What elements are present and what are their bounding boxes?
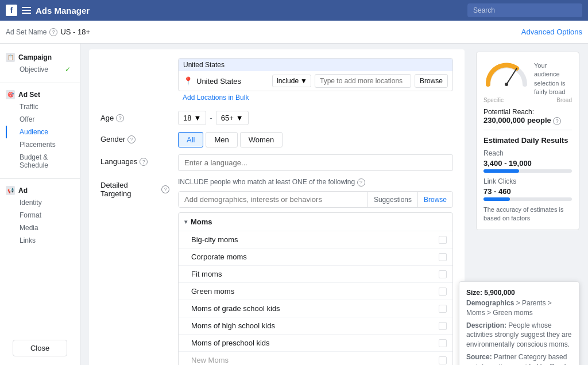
checkbox-6[interactable] [439,339,447,347]
adset-help-icon[interactable]: ? [49,28,57,36]
targeting-search-row: Suggestions Browse [178,191,453,208]
adset-icon: 🎯 [6,90,15,99]
location-browse-button[interactable]: Browse [415,74,448,88]
gender-all-button[interactable]: All [178,132,203,147]
checkbox-5[interactable] [439,322,447,330]
targeting-search-input[interactable] [179,192,368,207]
dropdown-item-1[interactable]: Corporate moms [179,248,452,266]
checkbox-4[interactable] [439,305,447,313]
sidebar-item-budget[interactable]: Budget & Schedule [6,151,74,172]
dropdown-item-2[interactable]: Fit moms [179,266,452,283]
tooltip-size-label: Size: 5,900,000 [466,289,572,297]
sidebar-item-objective[interactable]: Objective ✓ [6,63,74,76]
ad-section: 📢 Ad [6,186,74,195]
sidebar: 📋 Campaign Objective ✓ 🎯 Ad Set Traffic … [0,44,80,365]
clicks-metric: Link Clicks 73 - 460 [483,177,572,201]
reach-help-icon[interactable]: ? [553,117,561,125]
potential-reach: Potential Reach: 230,000,000 people ? [483,108,572,125]
gender-label: Gender ? [100,132,169,143]
age-min-select[interactable]: 18 ▼ [178,111,206,125]
checkbox-2[interactable] [439,270,447,278]
clicks-bar [483,197,572,201]
location-row: United States 📍 United States Include ▼ … [100,58,453,104]
dropdown-item-3[interactable]: Green moms [179,283,452,300]
ad-icon: 📢 [6,186,15,195]
location-search-input[interactable] [315,74,411,88]
audience-status-text: Your audience selection is fairly broad [534,62,565,95]
age-row: Age ? 18 ▼ - 65+ ▼ [100,111,453,125]
gauge-svg [483,59,529,88]
dropdown-group-moms[interactable]: ▾ Moms [179,213,452,231]
targeting-desc: INCLUDE people who match at least ONE of… [178,178,453,187]
chevron-down-icon: ▼ [300,77,307,85]
dropdown-item-5[interactable]: Moms of high school kids [179,317,452,335]
targeting-help-icon[interactable]: ? [161,185,169,193]
dropdown-item-0[interactable]: Big-city moms [179,231,452,248]
location-pin-icon: 📍 [183,76,193,86]
tooltip-desc: Description: People whose activities str… [466,321,572,350]
search-input[interactable] [467,3,582,17]
targeting-desc-help-icon[interactable]: ? [357,178,365,187]
gender-women-button[interactable]: Women [240,132,283,147]
estimated-results: Estimated Daily Results Reach 3,400 - 19… [483,130,572,223]
detailed-targeting-row: Detailed Targeting ? INCLUDE people who … [100,178,453,365]
checkbox-3[interactable] [439,288,447,296]
sidebar-item-media[interactable]: Media [6,222,74,234]
facebook-logo: f [6,5,17,16]
audience-form: United States 📍 United States Include ▼ … [89,49,465,365]
include-select[interactable]: Include ▼ [272,75,311,87]
targeting-dropdown: ▾ Moms Big-city moms Corporate moms [178,212,453,365]
sidebar-item-placements[interactable]: Placements [6,138,74,151]
hamburger-menu[interactable] [22,5,31,15]
age-max-chevron-icon: ▼ [236,114,243,122]
location-header: United States [179,59,452,71]
accuracy-text: The accuracy of estimates is based on fa… [483,205,572,223]
browse-targeting-button[interactable]: Browse [417,192,452,207]
adset-name-field: Ad Set Name ? US - 18+ [6,28,90,36]
sidebar-item-offer[interactable]: Offer [6,113,74,126]
adset-section: 🎯 Ad Set [6,90,74,99]
dropdown-item-4[interactable]: Moms of grade school kids [179,300,452,317]
sidebar-item-identity[interactable]: Identity [6,196,74,209]
reach-bar-fill [483,169,519,173]
sidebar-item-links[interactable]: Links [6,234,74,247]
language-input[interactable] [178,154,453,171]
checkbox-7[interactable] [439,356,447,364]
gender-help-icon[interactable]: ? [127,135,136,143]
dropdown-item-6[interactable]: Moms of preschool kids [179,335,452,352]
audience-gauge [483,59,529,88]
sidebar-item-traffic[interactable]: Traffic [6,100,74,113]
age-min-chevron-icon: ▼ [194,114,201,122]
advanced-options-link[interactable]: Advanced Options [521,28,582,36]
clicks-bar-fill [483,197,510,201]
campaign-section: 📋 Campaign [6,53,74,62]
targeting-tooltip: Size: 5,900,000 Demographics > Parents >… [459,281,579,365]
age-help-icon[interactable]: ? [116,114,124,122]
sub-nav: Ad Set Name ? US - 18+ Advanced Options [0,21,588,44]
dropdown-item-7[interactable]: New Moms [179,352,452,365]
suggestions-button[interactable]: Suggestions [368,192,417,207]
close-button[interactable]: Close [13,340,67,356]
age-max-select[interactable]: 65+ ▼ [216,111,249,125]
checkbox-0[interactable] [439,236,447,244]
sidebar-item-format[interactable]: Format [6,209,74,222]
language-row: Languages ? [100,154,453,171]
age-controls: 18 ▼ - 65+ ▼ [178,111,249,125]
sidebar-item-audience[interactable]: Audience [6,126,74,138]
location-label [100,58,169,61]
checkbox-1[interactable] [439,253,447,261]
collapse-icon: ▾ [184,219,187,225]
gender-men-button[interactable]: Men [206,132,237,147]
location-box: United States 📍 United States Include ▼ … [178,58,453,91]
location-name: United States [196,77,269,86]
age-label: Age ? [100,111,169,122]
reach-metric: Reach 3,400 - 19,000 [483,149,572,173]
language-help-icon[interactable]: ? [140,158,148,166]
gender-row: Gender ? All Men Women [100,132,453,147]
right-panel: Your audience selection is fairly broad … [476,52,579,230]
detailed-targeting-label: Detailed Targeting ? [100,178,169,198]
app-title: Ads Manager [36,6,467,15]
tooltip-demo: Demographics > Parents > Moms > Green mo… [466,298,572,318]
add-bulk-link[interactable]: Add Locations in Bulk [178,91,453,104]
location-entry: 📍 United States Include ▼ Browse [179,71,452,91]
